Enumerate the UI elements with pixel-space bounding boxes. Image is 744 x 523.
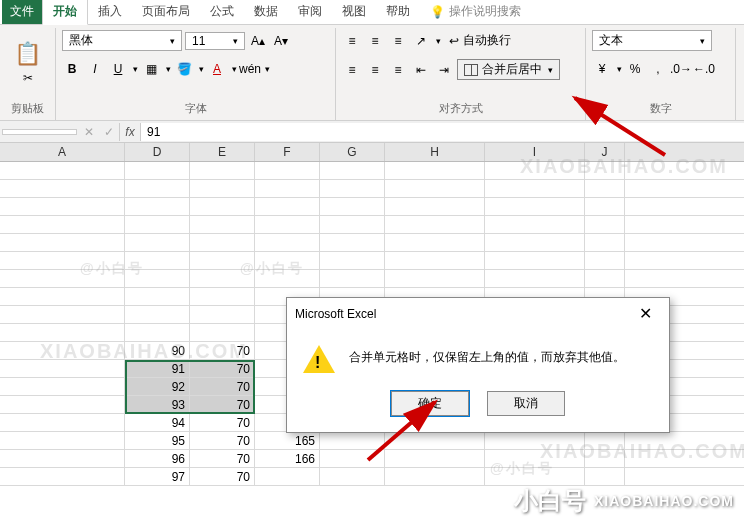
dialog-cancel-button[interactable]: 取消 bbox=[487, 391, 565, 416]
cell[interactable]: 90 bbox=[125, 342, 190, 359]
cell[interactable] bbox=[0, 468, 125, 485]
format-painter-button[interactable]: ✂ bbox=[18, 68, 38, 88]
cell[interactable] bbox=[485, 450, 585, 467]
increase-decimal[interactable]: .0→ bbox=[671, 59, 691, 79]
cell[interactable] bbox=[0, 450, 125, 467]
cell[interactable] bbox=[585, 432, 625, 449]
cell[interactable]: 166 bbox=[255, 450, 320, 467]
cell[interactable]: 93 bbox=[125, 396, 190, 413]
bold-button[interactable]: B bbox=[62, 59, 82, 79]
col-header[interactable]: A bbox=[0, 143, 125, 161]
cell[interactable]: 70 bbox=[190, 450, 255, 467]
paste-button[interactable]: 📋 bbox=[18, 44, 38, 64]
cell[interactable]: 91 bbox=[125, 360, 190, 377]
tab-file[interactable]: 文件 bbox=[2, 0, 42, 24]
col-header[interactable]: D bbox=[125, 143, 190, 161]
decrease-font-size[interactable]: A▾ bbox=[271, 31, 291, 51]
cell[interactable]: 70 bbox=[190, 342, 255, 359]
number-format-select[interactable]: 文本▾ bbox=[592, 30, 712, 51]
col-header[interactable]: I bbox=[485, 143, 585, 161]
comma-button[interactable]: , bbox=[648, 59, 668, 79]
font-color-button[interactable]: A bbox=[207, 59, 227, 79]
cell[interactable]: 70 bbox=[190, 360, 255, 377]
cell[interactable]: 97 bbox=[125, 468, 190, 485]
italic-button[interactable]: I bbox=[85, 59, 105, 79]
font-size-select[interactable]: 11▾ bbox=[185, 32, 245, 50]
cell[interactable] bbox=[320, 468, 385, 485]
tab-help[interactable]: 帮助 bbox=[376, 0, 420, 24]
decrease-indent[interactable]: ⇤ bbox=[411, 60, 431, 80]
tab-home[interactable]: 开始 bbox=[42, 0, 88, 25]
percent-button[interactable]: % bbox=[625, 59, 645, 79]
wrap-text-button[interactable]: ↩ 自动换行 bbox=[444, 30, 516, 51]
tell-me-search[interactable]: 💡 操作说明搜索 bbox=[420, 0, 531, 24]
fx-button[interactable]: fx bbox=[119, 123, 141, 141]
col-header[interactable]: J bbox=[585, 143, 625, 161]
fill-color-button[interactable]: 🪣 bbox=[174, 59, 194, 79]
align-bottom[interactable]: ≡ bbox=[388, 31, 408, 51]
cell[interactable] bbox=[255, 468, 320, 485]
border-button[interactable]: ▦ bbox=[141, 59, 161, 79]
dialog-ok-button[interactable]: 确定 bbox=[391, 391, 469, 416]
align-top[interactable]: ≡ bbox=[342, 31, 362, 51]
font-name-select[interactable]: 黑体▾ bbox=[62, 30, 182, 51]
cancel-entry-icon[interactable]: ✕ bbox=[79, 122, 99, 142]
cell[interactable]: 70 bbox=[190, 414, 255, 431]
currency-button[interactable]: ¥ bbox=[592, 59, 612, 79]
cell[interactable] bbox=[0, 342, 125, 359]
formula-input[interactable]: 91 bbox=[141, 123, 744, 141]
cell[interactable]: 95 bbox=[125, 432, 190, 449]
decrease-decimal[interactable]: ←.0 bbox=[694, 59, 714, 79]
cell[interactable]: 94 bbox=[125, 414, 190, 431]
increase-indent[interactable]: ⇥ bbox=[434, 60, 454, 80]
confirm-entry-icon[interactable]: ✓ bbox=[99, 122, 119, 142]
tab-formulas[interactable]: 公式 bbox=[200, 0, 244, 24]
dialog-title: Microsoft Excel bbox=[295, 307, 376, 321]
cell[interactable]: 70 bbox=[190, 396, 255, 413]
align-middle[interactable]: ≡ bbox=[365, 31, 385, 51]
cell[interactable] bbox=[585, 468, 625, 485]
dialog-titlebar: Microsoft Excel ✕ bbox=[287, 298, 669, 329]
col-header[interactable]: F bbox=[255, 143, 320, 161]
cell[interactable] bbox=[385, 468, 485, 485]
tab-view[interactable]: 视图 bbox=[332, 0, 376, 24]
tab-page-layout[interactable]: 页面布局 bbox=[132, 0, 200, 24]
tab-insert[interactable]: 插入 bbox=[88, 0, 132, 24]
cell[interactable]: 70 bbox=[190, 378, 255, 395]
name-box[interactable] bbox=[2, 129, 77, 135]
cell[interactable] bbox=[0, 378, 125, 395]
cell[interactable] bbox=[585, 450, 625, 467]
cell[interactable] bbox=[485, 432, 585, 449]
cell[interactable]: 165 bbox=[255, 432, 320, 449]
tab-data[interactable]: 数据 bbox=[244, 0, 288, 24]
cell[interactable]: 70 bbox=[190, 432, 255, 449]
chevron-down-icon[interactable]: ▾ bbox=[131, 64, 138, 74]
cell[interactable] bbox=[0, 414, 125, 431]
cell[interactable] bbox=[320, 450, 385, 467]
cell[interactable]: 92 bbox=[125, 378, 190, 395]
merge-icon bbox=[464, 64, 478, 76]
cell[interactable]: 70 bbox=[190, 468, 255, 485]
cell[interactable] bbox=[485, 468, 585, 485]
underline-button[interactable]: U bbox=[108, 59, 128, 79]
col-header[interactable]: E bbox=[190, 143, 255, 161]
cell[interactable]: 96 bbox=[125, 450, 190, 467]
increase-font-size[interactable]: A▴ bbox=[248, 31, 268, 51]
tab-review[interactable]: 审阅 bbox=[288, 0, 332, 24]
orientation-button[interactable]: ↗ bbox=[411, 31, 431, 51]
cell[interactable] bbox=[0, 396, 125, 413]
align-center[interactable]: ≡ bbox=[365, 60, 385, 80]
group-clipboard: 📋 ✂ 剪贴板 bbox=[0, 28, 56, 120]
col-header[interactable]: G bbox=[320, 143, 385, 161]
dialog-close-button[interactable]: ✕ bbox=[629, 304, 661, 323]
align-left[interactable]: ≡ bbox=[342, 60, 362, 80]
align-right[interactable]: ≡ bbox=[388, 60, 408, 80]
cell[interactable] bbox=[0, 432, 125, 449]
col-header[interactable]: H bbox=[385, 143, 485, 161]
merge-center-button[interactable]: 合并后居中 ▾ bbox=[457, 59, 560, 80]
phonetic-button[interactable]: wén bbox=[240, 59, 260, 79]
cell[interactable] bbox=[385, 450, 485, 467]
cell[interactable] bbox=[0, 360, 125, 377]
cell[interactable] bbox=[385, 432, 485, 449]
cell[interactable] bbox=[320, 432, 385, 449]
